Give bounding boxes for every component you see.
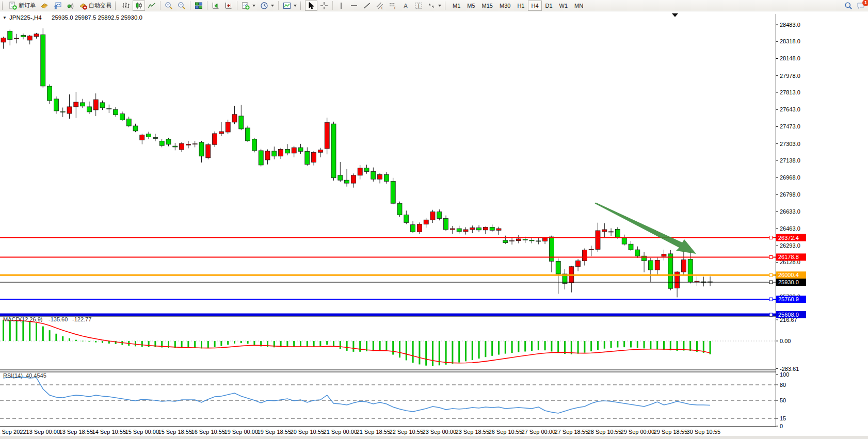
candle-body: [629, 244, 633, 250]
equidistant-channel-button[interactable]: E: [374, 1, 386, 11]
notification-badge[interactable]: 1: [862, 0, 868, 6]
timeframe-M15-button[interactable]: M15: [479, 1, 496, 11]
search-button[interactable]: [842, 1, 855, 11]
zoom-in-button[interactable]: [163, 1, 175, 11]
price-line-handle[interactable]: [769, 298, 773, 301]
cursor-button[interactable]: [305, 1, 317, 11]
chart-canvas[interactable]: 28483.028318.028148.027978.027813.027643…: [0, 11, 868, 439]
timeframe-D1-button[interactable]: D1: [542, 1, 556, 11]
candle-body: [510, 241, 515, 241]
new-chart-button[interactable]: [239, 1, 258, 11]
price-line-handle[interactable]: [769, 255, 773, 258]
candle-body: [364, 168, 369, 172]
candle-body: [582, 250, 587, 261]
macd-bar: [710, 341, 711, 354]
time-tick-label: 16 Sep 10:55: [191, 429, 225, 435]
chart-ohlc-values: 25935.0 25987.5 25892.5 25930.0: [52, 14, 142, 21]
auto-scroll-button[interactable]: [210, 1, 222, 11]
chart-shift-button[interactable]: [222, 1, 235, 11]
price-line-handle[interactable]: [769, 281, 773, 284]
auto-trading-button[interactable]: 自动交易: [77, 1, 114, 11]
timeframe-H4-button[interactable]: H4: [528, 1, 541, 11]
new-order-label: 新订单: [19, 2, 36, 9]
tile-windows-button[interactable]: [192, 1, 205, 11]
candle-body: [371, 171, 376, 179]
macd-bar: [102, 341, 103, 343]
crosshair-icon: [320, 2, 328, 10]
line-chart-icon: [148, 2, 156, 10]
arrows-button[interactable]: [425, 1, 443, 11]
tile-windows-icon: [195, 2, 203, 10]
text-label-button[interactable]: T: [412, 1, 425, 11]
trendline-button[interactable]: [361, 1, 373, 11]
timeframe-M1-button[interactable]: M1: [449, 1, 463, 11]
line-chart-button[interactable]: [146, 1, 158, 11]
timeframe-MN-button[interactable]: MN: [571, 1, 586, 11]
price-line-handle[interactable]: [769, 273, 773, 277]
candle-body: [483, 227, 488, 230]
metaeditor-button[interactable]: [38, 1, 51, 11]
text-button[interactable]: A: [399, 1, 412, 11]
macd-bar: [379, 341, 381, 351]
candle-body: [668, 254, 673, 288]
macd-bar: [564, 341, 566, 354]
macd-bar: [234, 341, 235, 344]
chart-shift-icon: [224, 2, 233, 10]
macd-bar: [452, 341, 453, 364]
time-tick-label: 29 Sep 00:00: [621, 429, 654, 435]
timeframe-M5-button[interactable]: M5: [464, 1, 478, 11]
candle-body: [27, 36, 32, 40]
candle-body: [662, 254, 666, 256]
macd-bar: [524, 341, 526, 351]
timeframe-W1-button[interactable]: W1: [556, 1, 571, 11]
candle-body: [358, 168, 362, 175]
macd-bar: [412, 341, 414, 363]
vertical-line-button[interactable]: [335, 1, 347, 11]
time-tick-label: 27 Sep 18:55: [555, 429, 588, 435]
price-line-handle[interactable]: [769, 236, 773, 239]
macd-bar: [511, 341, 513, 353]
time-tick-label: 15 Sep 00:00: [125, 429, 159, 435]
macd-bar: [346, 341, 348, 351]
periods-button[interactable]: [258, 1, 276, 11]
search-icon: [844, 2, 853, 10]
macd-label: MACD(12,26,9): [3, 316, 42, 322]
timeframe-M30-button[interactable]: M30: [496, 1, 513, 11]
indicators-button[interactable]: [281, 1, 299, 11]
candle-body: [14, 38, 19, 39]
time-tick-label: 26 Sep 10:55: [489, 429, 522, 435]
candle-body: [206, 144, 211, 158]
bar-chart-button[interactable]: [120, 1, 132, 11]
candle-body: [602, 230, 607, 232]
time-tick-label: 12 Sep 2022: [0, 429, 26, 435]
price-tick-label: 27303.0: [780, 141, 800, 147]
macd-signal-value: -122.77: [72, 316, 91, 322]
macd-bar: [22, 321, 24, 341]
macd-main-value: -135.60: [49, 316, 68, 322]
price-tick-label: 27643.0: [780, 106, 800, 112]
candle-body: [543, 238, 548, 241]
chart-expand-icon[interactable]: ▼: [3, 15, 7, 20]
macd-bar: [630, 341, 632, 347]
candle-body: [1, 38, 6, 42]
profile-button[interactable]: [51, 1, 63, 11]
candle-body: [417, 224, 422, 232]
horizontal-line-button[interactable]: [348, 1, 360, 11]
macd-bar: [577, 341, 579, 354]
candle-body: [213, 134, 217, 144]
price-line-handle[interactable]: [769, 313, 773, 316]
candle-body: [126, 119, 131, 126]
signal-button[interactable]: [64, 1, 76, 11]
new-order-button[interactable]: 新订单: [7, 1, 38, 11]
zoom-out-button[interactable]: [175, 1, 188, 11]
candle-body: [54, 99, 58, 111]
fibonacci-button[interactable]: F: [387, 1, 399, 11]
macd-bar: [9, 320, 11, 341]
candle-body: [648, 261, 653, 270]
macd-bar: [194, 341, 196, 348]
candlestick-chart-button[interactable]: [133, 1, 145, 11]
crosshair-button[interactable]: [318, 1, 330, 11]
rsi-tick-label: 15: [780, 415, 786, 421]
timeframe-H1-button[interactable]: H1: [514, 1, 527, 11]
application-window: 新订单 自动交易: [0, 0, 868, 439]
